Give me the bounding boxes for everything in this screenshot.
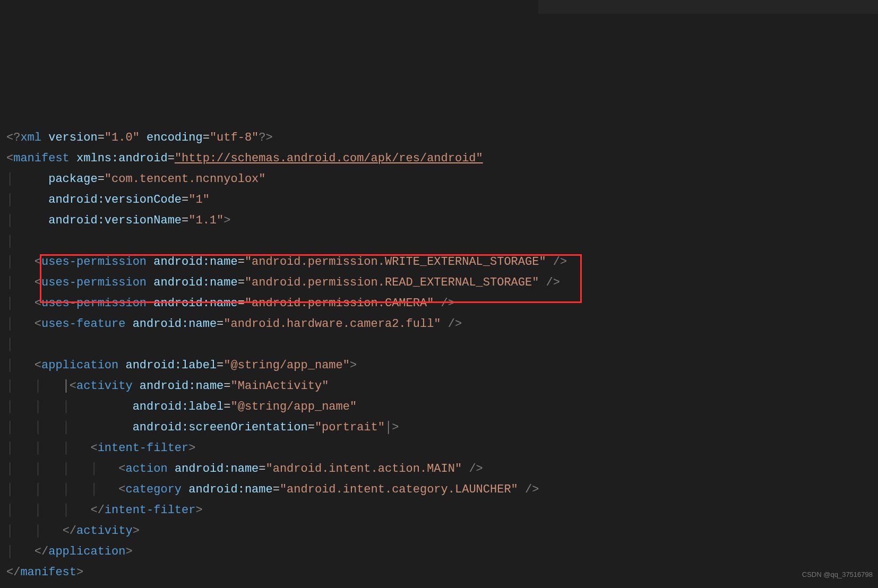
attr-versionname: android:versionName bbox=[48, 214, 182, 227]
val-versionname: "1.1" bbox=[188, 214, 223, 227]
attr-versioncode: android:versionCode bbox=[48, 193, 182, 206]
val-activity-name: "MainActivity" bbox=[231, 379, 329, 393]
val-camera2-full: "android.hardware.camera2.full" bbox=[223, 317, 441, 331]
attr-encoding: encoding bbox=[147, 131, 203, 144]
attr-version: version bbox=[48, 131, 97, 144]
val-read-ext-storage: "android.permission.READ_EXTERNAL_STORAG… bbox=[245, 276, 539, 289]
attr-xmlns: xmlns:android bbox=[76, 152, 168, 165]
tag-manifest: manifest bbox=[13, 152, 70, 165]
tag-uses-permission: uses-permission bbox=[41, 255, 147, 269]
code-editor[interactable]: <?xml version="1.0" encoding="utf-8"?> <… bbox=[0, 124, 878, 588]
val-intent-launcher: "android.intent.category.LAUNCHER" bbox=[280, 483, 518, 496]
val-versioncode: "1" bbox=[188, 193, 210, 206]
val-version: "1.0" bbox=[105, 131, 140, 144]
val-portrait: "portrait" bbox=[315, 421, 385, 434]
tag-action: action bbox=[125, 462, 167, 475]
tag-category: category bbox=[125, 483, 182, 496]
watermark: CSDN @qq_37516798 bbox=[802, 564, 873, 585]
xml-decl-open: <? bbox=[6, 131, 20, 144]
tag-application: application bbox=[41, 359, 118, 372]
val-app-label: "@string/app_name" bbox=[223, 359, 350, 372]
tag-intent-filter: intent-filter bbox=[98, 442, 189, 455]
val-activity-label: "@string/app_name" bbox=[231, 400, 357, 413]
tag-activity: activity bbox=[76, 379, 133, 393]
tag-uses-permission: uses-permission bbox=[41, 276, 147, 289]
val-xmlns[interactable]: "http://schemas.android.com/apk/res/andr… bbox=[175, 152, 483, 165]
tag-uses-permission: uses-permission bbox=[41, 297, 147, 310]
attr-package: package bbox=[48, 172, 97, 186]
val-camera: "android.permission.CAMERA" bbox=[245, 297, 434, 310]
top-strip bbox=[538, 0, 878, 14]
xml-pi: xml bbox=[20, 131, 41, 144]
val-write-ext-storage: "android.permission.WRITE_EXTERNAL_STORA… bbox=[245, 255, 546, 269]
val-encoding: "utf-8" bbox=[210, 131, 259, 144]
val-package: "com.tencent.ncnnyolox" bbox=[105, 172, 266, 186]
val-intent-main: "android.intent.action.MAIN" bbox=[266, 462, 462, 475]
tag-uses-feature: uses-feature bbox=[41, 317, 125, 331]
attr-screenorientation: android:screenOrientation bbox=[133, 421, 308, 434]
xml-decl-close: ?> bbox=[259, 131, 272, 144]
